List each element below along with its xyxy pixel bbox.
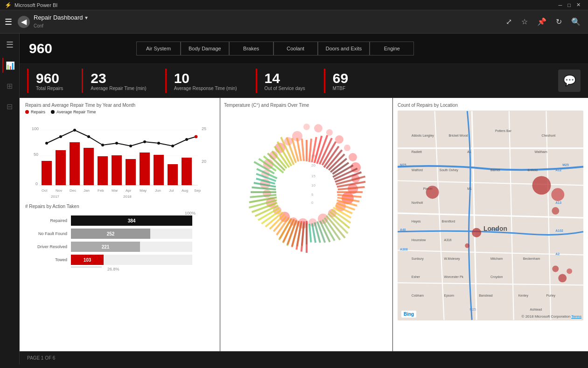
dash-header: 960 Air System Body Damage Brakes Coolan…	[20, 34, 588, 64]
svg-text:Potters Bar: Potters Bar	[495, 129, 511, 132]
svg-text:25: 25	[202, 126, 206, 131]
legend-avgtime-dot	[51, 110, 55, 114]
svg-text:Apr: Apr	[126, 188, 132, 193]
bar-chart-title: Repairs and Average Repair Time by Year …	[25, 103, 214, 108]
svg-text:M25: M25	[469, 308, 476, 311]
stat-value-69: 69	[333, 70, 348, 86]
hbar-value-no-fault: 252	[107, 231, 115, 236]
comment-icon-box[interactable]: 💬	[558, 69, 581, 92]
search-icon[interactable]: 🔍	[571, 17, 581, 26]
svg-text:Cheshunt: Cheshunt	[541, 134, 555, 137]
stat-value-14: 14	[265, 70, 305, 86]
svg-point-63	[318, 214, 328, 224]
svg-point-23	[101, 144, 104, 146]
svg-point-26	[143, 140, 146, 143]
svg-text:Epsom: Epsom	[444, 294, 455, 298]
svg-point-214	[465, 243, 469, 248]
refresh-icon[interactable]: ↻	[556, 17, 562, 26]
svg-text:A2: A2	[555, 252, 560, 256]
svg-text:Esher: Esher	[412, 275, 420, 278]
back-icon[interactable]: ◀	[18, 16, 30, 28]
tab-air-system[interactable]: Air System	[136, 42, 181, 56]
svg-text:10: 10	[311, 183, 315, 187]
sidebar-item-report[interactable]: 📊	[2, 58, 17, 73]
stat-value-960: 960	[36, 70, 63, 86]
svg-text:Brentford: Brentford	[442, 220, 455, 223]
expand-icon[interactable]: ⤢	[506, 17, 512, 26]
svg-text:20: 20	[202, 159, 206, 164]
svg-point-215	[552, 265, 559, 272]
charts-area: Repairs and Average Repair Time by Year …	[20, 98, 588, 351]
svg-rect-8	[42, 161, 52, 185]
svg-text:Hayes: Hayes	[412, 220, 421, 223]
stat-out-of-service: 14 Out of Service days	[256, 69, 313, 93]
svg-point-217	[567, 268, 572, 274]
bottom-bar: PAGE 1 OF 6	[20, 351, 588, 364]
svg-point-51	[303, 124, 310, 130]
toolbar: ☰ ◀ Repair Dashboard ▾ Conf ⤢ ☆ 📌 ↻ 🔍	[0, 10, 588, 34]
hbar-label-driver: Driver Resolved	[25, 244, 67, 249]
window-minimize[interactable]: ─	[559, 2, 562, 8]
hbar-title: # Repairs by Action Taken	[25, 204, 214, 209]
legend-repairs-label: Repairs	[31, 110, 45, 114]
tab-brakes[interactable]: Brakes	[229, 42, 273, 56]
svg-text:Bricket Wood: Bricket Wood	[448, 134, 468, 137]
pin-icon[interactable]: 📌	[537, 17, 546, 26]
legend-repairs-dot	[25, 110, 29, 114]
svg-text:Oct: Oct	[42, 188, 48, 193]
svg-text:Aug: Aug	[182, 188, 188, 193]
svg-text:A316: A316	[444, 238, 452, 242]
svg-text:Banstead: Banstead	[479, 294, 493, 297]
svg-text:0: 0	[35, 181, 38, 186]
svg-text:Jul: Jul	[169, 188, 174, 193]
hbar-value-towed: 103	[84, 257, 91, 263]
svg-text:2017: 2017	[51, 194, 59, 199]
svg-rect-17	[168, 164, 178, 185]
window-maximize[interactable]: □	[567, 2, 571, 8]
sidebar-item-grid[interactable]: ⊞	[2, 78, 17, 93]
svg-rect-89	[301, 139, 304, 161]
svg-point-30	[195, 135, 197, 138]
svg-text:Enfield: Enfield	[528, 168, 538, 172]
tab-engine[interactable]: Engine	[370, 42, 414, 56]
svg-point-213	[472, 228, 481, 237]
hbar-100-label: 100%	[185, 211, 196, 215]
stats-row: 960 Total Repairs 23 Average Repair Time…	[20, 64, 588, 98]
app-title: Microsoft Power BI	[14, 2, 57, 8]
tab-body-damage[interactable]: Body Damage	[181, 42, 229, 56]
svg-text:May: May	[140, 188, 147, 193]
svg-text:Beckenham: Beckenham	[523, 257, 540, 260]
svg-text:M1: M1	[467, 187, 472, 190]
sidebar-item-model[interactable]: ⊟	[2, 99, 17, 114]
svg-text:Feb: Feb	[98, 188, 104, 193]
svg-text:Croydon: Croydon	[490, 275, 503, 279]
bar-chart-legend: Repairs Average Repair Time	[25, 110, 214, 114]
tab-coolant[interactable]: Coolant	[273, 42, 318, 56]
app-icon: ⚡	[5, 2, 12, 8]
page-info: PAGE 1 OF 6	[27, 355, 55, 361]
svg-text:5: 5	[311, 193, 314, 197]
hbar-row-towed: Towed 103	[25, 255, 214, 265]
hbar-section: # Repairs by Action Taken 100% Repaired …	[25, 204, 214, 271]
circular-chart-svg: 25 20 15 10 5 0	[225, 111, 388, 274]
sidebar: ☰ 📊 ⊞ ⊟	[0, 34, 20, 364]
hbar-value-driver: 221	[102, 244, 110, 250]
svg-text:Sunbury: Sunbury	[412, 257, 424, 261]
svg-point-24	[115, 142, 118, 145]
tab-doors-exits[interactable]: Doors and Exits	[318, 42, 370, 56]
sidebar-item-menu[interactable]: ☰	[2, 37, 17, 52]
svg-point-27	[157, 142, 160, 145]
circular-chart-title: Temperature (C°) and Repairs Over Time	[224, 103, 389, 108]
svg-rect-10	[70, 142, 80, 185]
svg-text:Worcester Pk: Worcester Pk	[444, 275, 464, 278]
dashboard-title: 960	[29, 41, 127, 56]
star-icon[interactable]: ☆	[521, 17, 528, 26]
map-container[interactable]: M25 M25 A40 A308 A406 A12 A13 A102 A2 Ab…	[398, 111, 583, 320]
bar-chart-svg: 100 50 0 25 20	[25, 116, 212, 200]
svg-text:Dec: Dec	[70, 188, 76, 193]
hamburger-icon[interactable]: ☰	[5, 17, 12, 27]
svg-text:15: 15	[311, 174, 315, 178]
toolbar-dropdown-icon[interactable]: ▾	[85, 14, 88, 21]
map-svg: M25 M25 A40 A308 A406 A12 A13 A102 A2 Ab…	[398, 111, 583, 320]
window-close[interactable]: ✕	[576, 2, 581, 8]
